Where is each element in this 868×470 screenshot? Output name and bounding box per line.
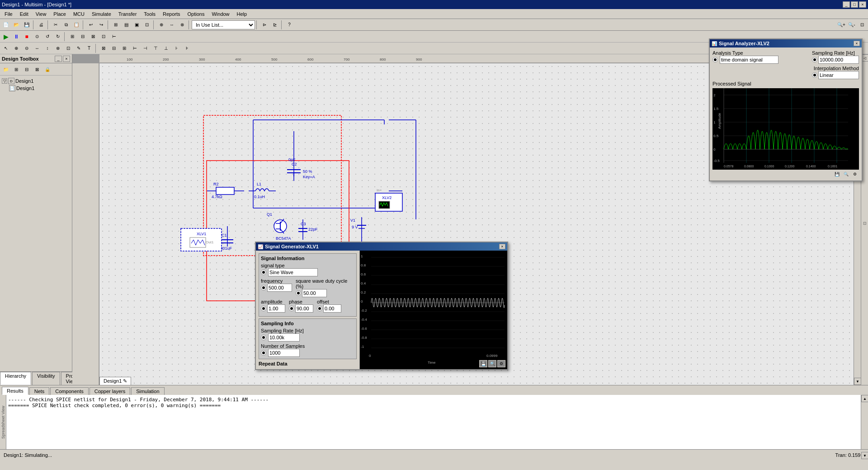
gen-chart-zoom-btn[interactable]: 🔍 — [488, 360, 496, 367]
save-btn[interactable]: 💾 — [22, 20, 32, 30]
new-btn[interactable]: 📄 — [1, 20, 11, 30]
analysis-type-input[interactable] — [720, 56, 778, 64]
tb3-r[interactable]: ⊧ — [182, 43, 192, 53]
zoom-out-btn[interactable]: 🔍- — [847, 20, 857, 30]
print-btn[interactable]: 🖨 — [36, 20, 46, 30]
pause-btn[interactable]: ⏸ — [11, 32, 21, 42]
toolbox-lock-btn[interactable]: 🔒 — [42, 64, 52, 74]
minimize-btn[interactable]: _ — [843, 1, 850, 8]
tb3-m[interactable]: ⊢ — [130, 43, 140, 53]
undo-btn[interactable]: ↩ — [86, 20, 96, 30]
phase-input[interactable] — [295, 304, 313, 313]
menu-tools[interactable]: Tools — [140, 10, 159, 18]
tree-design1-item[interactable]: 📄 Design1 — [9, 85, 70, 92]
redo-btn[interactable]: ↪ — [96, 20, 106, 30]
tab-nets[interactable]: Nets — [29, 387, 50, 395]
tab-results[interactable]: Results — [2, 387, 28, 395]
menu-view[interactable]: View — [32, 10, 50, 18]
toolbox-tb-c[interactable]: ⊟ — [22, 64, 32, 74]
tb-btn-d[interactable]: ⊡ — [142, 20, 152, 30]
tb3-b[interactable]: ⊕ — [11, 43, 21, 53]
tb-btn-g[interactable]: ⊗ — [177, 20, 187, 30]
scroll-down-btn[interactable]: ▼ — [854, 378, 861, 385]
tb3-f[interactable]: ⊗ — [53, 43, 63, 53]
toolbox-tb-d[interactable]: ⊠ — [32, 64, 42, 74]
tab-copper-layers[interactable]: Copper layers — [90, 387, 130, 395]
menu-file[interactable]: File — [1, 10, 16, 18]
tab-hierarchy[interactable]: Hierarchy — [0, 372, 31, 385]
gen-chart-save-btn[interactable]: 💾 — [479, 360, 487, 367]
analysis-type-radio[interactable] — [712, 57, 718, 62]
tb-btn-c[interactable]: ▣ — [132, 20, 142, 30]
menu-reports[interactable]: Reports — [159, 10, 184, 18]
tb3-e[interactable]: ↕ — [42, 43, 52, 53]
tb-btn-b[interactable]: ▤ — [121, 20, 131, 30]
tb-sim1[interactable]: ⊳ — [259, 20, 269, 30]
tb3-j[interactable]: ⊠ — [99, 43, 108, 53]
signal-generator-close[interactable]: × — [499, 244, 505, 249]
tb2-h[interactable]: ⊢ — [109, 32, 119, 42]
tb3-o[interactable]: ⊤ — [151, 43, 160, 53]
amp-input[interactable] — [267, 304, 285, 313]
freq-radio[interactable] — [261, 285, 266, 290]
tab-components[interactable]: Components — [50, 387, 88, 395]
toolbox-tb-b[interactable]: ⊞ — [11, 64, 21, 74]
tb2-c[interactable]: ↻ — [53, 32, 63, 42]
chart-zoom-btn[interactable]: 🔍 — [842, 171, 850, 178]
tb2-f[interactable]: ⊠ — [88, 32, 98, 42]
in-use-list-dropdown[interactable]: In Use List... — [192, 20, 255, 29]
duty-input[interactable] — [302, 289, 327, 297]
menu-edit[interactable]: Edit — [16, 10, 32, 18]
tb3-h[interactable]: ✎ — [74, 43, 84, 53]
sampling-rate-radio[interactable] — [812, 57, 817, 62]
tb3-k[interactable]: ⊟ — [109, 43, 119, 53]
signal-type-radio[interactable] — [261, 270, 266, 275]
tree-root[interactable]: ▽ D Design1 — [2, 77, 70, 85]
tb3-d[interactable]: ↔ — [32, 43, 42, 53]
tb-btn-a[interactable]: ⊞ — [111, 20, 121, 30]
cut-btn[interactable]: ✂ — [51, 20, 61, 30]
tree-expand-root[interactable]: ▽ — [2, 78, 7, 84]
duty-radio[interactable] — [296, 290, 301, 296]
menu-mcu[interactable]: MCU — [70, 10, 88, 18]
tb-btn-f[interactable]: ↔ — [167, 20, 177, 30]
interpolation-input[interactable] — [818, 71, 859, 79]
tb-help[interactable]: ? — [284, 20, 294, 30]
chart-save-btn[interactable]: 💾 — [833, 171, 841, 178]
output-scroll-up[interactable]: ▲ — [861, 395, 868, 402]
tb3-c[interactable]: ⊝ — [22, 43, 32, 53]
menu-options[interactable]: Options — [184, 10, 208, 18]
run-btn[interactable]: ▶ — [1, 32, 11, 42]
copy-btn[interactable]: ⧉ — [61, 20, 71, 30]
freq-input[interactable] — [267, 284, 292, 292]
num-samples-input[interactable] — [268, 349, 300, 357]
tb-sim2[interactable]: ⊵ — [270, 20, 280, 30]
paste-btn[interactable]: 📋 — [71, 20, 81, 30]
menu-place[interactable]: Place — [50, 10, 70, 18]
tb3-a[interactable]: ↖ — [1, 43, 11, 53]
design-tab-design1[interactable]: Design1 ✎ — [99, 377, 131, 385]
signal-analyzer-close[interactable]: × — [854, 41, 860, 46]
tb3-i[interactable]: T — [84, 43, 94, 53]
sampling-rate-input[interactable] — [818, 56, 859, 64]
menu-window[interactable]: Window — [208, 10, 233, 18]
zoom-in-btn[interactable]: 🔍+ — [836, 20, 846, 30]
stop-btn[interactable]: ■ — [22, 32, 32, 42]
tb2-a[interactable]: ⊙ — [32, 32, 42, 42]
offset-input[interactable] — [323, 304, 341, 313]
chart-settings-btn[interactable]: ⚙ — [851, 171, 859, 178]
open-btn[interactable]: 📂 — [11, 20, 21, 30]
tb3-l[interactable]: ⊞ — [119, 43, 129, 53]
tab-visibility[interactable]: Visibility — [32, 372, 60, 385]
tb3-n[interactable]: ⊣ — [140, 43, 150, 53]
tb2-b[interactable]: ↺ — [42, 32, 52, 42]
menu-help[interactable]: Help — [233, 10, 251, 18]
spreadsheet-view-btn[interactable]: Spreadsheet View — [0, 395, 6, 449]
menu-transfer[interactable]: Transfer — [115, 10, 141, 18]
gen-sr-input[interactable] — [268, 333, 300, 342]
tab-simulation[interactable]: Simulation — [131, 387, 164, 395]
output-scroll-down[interactable]: ▼ — [861, 452, 868, 459]
tb3-q[interactable]: ⊦ — [171, 43, 181, 53]
phase-radio[interactable] — [289, 306, 294, 311]
gen-chart-settings-btn[interactable]: ⚙ — [497, 360, 505, 367]
